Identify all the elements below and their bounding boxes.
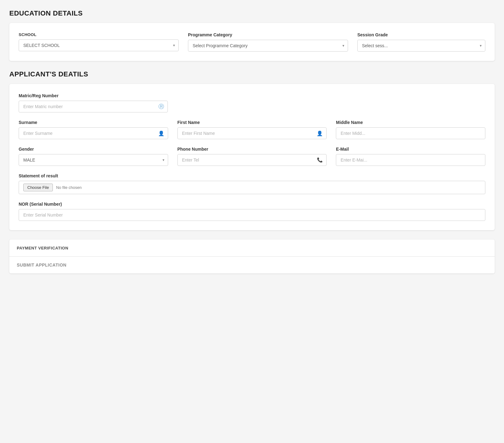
payment-header-text: PAYMENT VERIFICATION — [17, 246, 68, 250]
matric-label: Matric/Reg Number — [19, 93, 168, 98]
submit-row: SUBMIT APPLICATION — [9, 257, 495, 273]
email-group: E-Mail — [336, 147, 485, 166]
phone-group: Phone Number 📞 — [177, 147, 327, 166]
education-details-card: SCHOOL SELECT SCHOOL ▾ Programme Categor… — [9, 23, 495, 61]
file-input-wrapper: Choose File No file chosen — [19, 181, 485, 194]
nor-label: NOR (Serial Number) — [19, 202, 485, 207]
applicant-details-card: Matric/Reg Number Ⓡ Surname 👤 First Name — [9, 84, 495, 230]
middlename-label: Middle Name — [336, 120, 485, 125]
email-label: E-Mail — [336, 147, 485, 152]
surname-label: Surname — [19, 120, 168, 125]
surname-input-wrapper: 👤 — [19, 127, 168, 139]
matric-input[interactable] — [19, 101, 168, 112]
surname-input[interactable] — [19, 127, 168, 139]
surname-group: Surname 👤 — [19, 120, 168, 139]
email-input[interactable] — [336, 154, 485, 166]
matric-group: Matric/Reg Number Ⓡ — [19, 93, 168, 112]
choose-file-button[interactable]: Choose File — [23, 184, 53, 191]
payment-section: PAYMENT VERIFICATION SUBMIT APPLICATION — [9, 240, 495, 273]
statement-label: Statement of result — [19, 173, 485, 178]
gender-label: Gender — [19, 147, 168, 152]
gender-group: Gender MALE FEMALE ▾ — [19, 147, 168, 166]
school-label: SCHOOL — [19, 32, 179, 37]
school-group: SCHOOL SELECT SCHOOL ▾ — [19, 32, 179, 52]
phone-input-wrapper: 📞 — [177, 154, 327, 166]
programme-category-group: Programme Category Select Programme Cate… — [188, 32, 348, 52]
file-no-chosen-text: No file chosen — [56, 185, 81, 190]
submit-application-button[interactable]: SUBMIT APPLICATION — [17, 263, 66, 267]
phone-input[interactable] — [177, 154, 327, 166]
nor-input-wrapper — [19, 209, 485, 221]
gender-select-wrapper: MALE FEMALE ▾ — [19, 154, 168, 166]
programme-category-select[interactable]: Select Programme Category — [188, 40, 348, 52]
middlename-input-wrapper — [336, 127, 485, 139]
applicant-section-title: APPLICANT'S DEATILS — [9, 70, 495, 78]
school-select[interactable]: SELECT SCHOOL — [19, 39, 179, 51]
programme-select-wrapper: Select Programme Category ▾ — [188, 40, 348, 52]
firstname-input-wrapper: 👤 — [177, 127, 327, 139]
matric-input-wrapper: Ⓡ — [19, 101, 168, 112]
session-select-wrapper: Select sess... ▾ — [357, 40, 485, 52]
school-select-wrapper: SELECT SCHOOL ▾ — [19, 39, 179, 51]
nor-input[interactable] — [19, 209, 485, 221]
session-grade-label: Session Grade — [357, 32, 485, 37]
gender-select[interactable]: MALE FEMALE — [19, 154, 168, 166]
statement-group: Statement of result Choose File No file … — [19, 173, 485, 194]
session-grade-select[interactable]: Select sess... — [357, 40, 485, 52]
education-section-title: EDUCATION DETAILS — [9, 9, 495, 17]
firstname-label: First Name — [177, 120, 327, 125]
firstname-input[interactable] — [177, 127, 327, 139]
programme-category-label: Programme Category — [188, 32, 348, 37]
middlename-input[interactable] — [336, 127, 485, 139]
payment-header: PAYMENT VERIFICATION — [9, 240, 495, 257]
firstname-group: First Name 👤 — [177, 120, 327, 139]
nor-group: NOR (Serial Number) — [19, 202, 485, 221]
email-input-wrapper — [336, 154, 485, 166]
middlename-group: Middle Name — [336, 120, 485, 139]
phone-label: Phone Number — [177, 147, 327, 152]
session-grade-group: Session Grade Select sess... ▾ — [357, 32, 485, 52]
